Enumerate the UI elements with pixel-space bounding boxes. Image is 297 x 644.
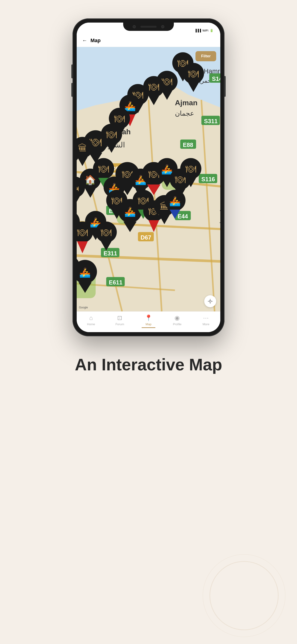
- phone-screen: ▐▐▐ WiFi 🔋 ← Map: [77, 22, 220, 332]
- svg-text:🍽: 🍽: [101, 226, 112, 238]
- svg-text:🚣: 🚣: [79, 267, 91, 278]
- wifi-icon: WiFi: [202, 29, 208, 32]
- sensor-dot: [161, 25, 164, 28]
- svg-text:🍽: 🍽: [186, 163, 196, 175]
- location-icon: [208, 298, 213, 304]
- nav-label-forum: Forum: [115, 322, 124, 326]
- svg-text:🍽: 🍽: [114, 113, 125, 124]
- side-button-left1: [71, 64, 72, 78]
- svg-text:🏠: 🏠: [84, 174, 96, 186]
- svg-text:E611: E611: [109, 279, 122, 286]
- svg-text:Ajman: Ajman: [175, 98, 198, 107]
- svg-text:عجمان: عجمان: [175, 110, 194, 117]
- filter-button[interactable]: Filter: [196, 51, 216, 61]
- svg-text:🚣: 🚣: [124, 100, 136, 112]
- svg-text:Al Aweer: Al Aweer: [220, 206, 220, 212]
- back-button[interactable]: ←: [82, 38, 87, 44]
- svg-text:🍽: 🍽: [188, 68, 199, 80]
- nav-active-indicator: [142, 327, 156, 328]
- nav-label-home: Home: [87, 322, 95, 326]
- nav-label-map: Map: [146, 322, 151, 326]
- map-area[interactable]: Al Hamriya الحمرية Ajman عجمان Sharjah ا…: [77, 47, 220, 312]
- google-watermark: Google: [79, 306, 88, 309]
- phone-notch: [123, 22, 174, 31]
- svg-text:🚣: 🚣: [161, 164, 173, 175]
- map-svg: Al Hamriya الحمرية Ajman عجمان Sharjah ا…: [77, 47, 220, 312]
- status-icons: ▐▐▐ WiFi 🔋: [194, 29, 214, 32]
- bottom-heading: An Interactive Map: [75, 355, 222, 374]
- svg-text:E311: E311: [104, 250, 117, 256]
- battery-icon: 🔋: [210, 29, 214, 32]
- svg-text:S311: S311: [204, 118, 218, 124]
- more-icon: ···: [203, 314, 209, 322]
- signal-icon: ▐▐▐: [194, 29, 201, 32]
- profile-icon: ◉: [174, 314, 180, 322]
- google-label: Google: [79, 306, 88, 309]
- map-icon: 📍: [145, 314, 152, 322]
- side-button-left2: [71, 83, 72, 97]
- svg-text:🍽: 🍽: [77, 226, 88, 238]
- forum-icon: ⊡: [117, 314, 122, 322]
- svg-point-164: [209, 300, 211, 302]
- app-header: ← Map: [77, 34, 220, 47]
- home-icon: ⌂: [89, 314, 93, 322]
- side-button-right: [224, 76, 226, 97]
- svg-text:🚣: 🚣: [124, 206, 136, 217]
- svg-text:E88: E88: [183, 142, 193, 148]
- nav-label-profile: Profile: [173, 322, 182, 326]
- phone-frame: ▐▐▐ WiFi 🔋 ← Map: [72, 18, 224, 336]
- bottom-nav: ⌂ Home ⊡ Forum 📍 Map ◉ Profile ···: [77, 312, 220, 332]
- deco-circle2: [202, 554, 286, 637]
- nav-item-map[interactable]: 📍 Map: [139, 314, 158, 328]
- speaker: [140, 26, 156, 28]
- nav-item-home[interactable]: ⌂ Home: [82, 314, 100, 326]
- svg-text:S116: S116: [202, 176, 215, 182]
- svg-text:S144: S144: [212, 76, 220, 82]
- svg-text:D67: D67: [141, 234, 151, 241]
- svg-text:🍽: 🍽: [106, 128, 117, 140]
- page-wrapper: ▐▐▐ WiFi 🔋 ← Map: [0, 0, 297, 644]
- nav-item-more[interactable]: ··· More: [197, 314, 215, 326]
- location-button[interactable]: [204, 295, 216, 307]
- svg-text:🚣: 🚣: [169, 196, 181, 206]
- page-title: Map: [90, 38, 100, 44]
- svg-text:E44: E44: [178, 213, 188, 220]
- svg-text:🍽: 🍽: [98, 163, 109, 175]
- svg-text:🛏: 🛏: [77, 183, 79, 193]
- nav-label-more: More: [202, 322, 210, 326]
- nav-item-forum[interactable]: ⊡ Forum: [110, 314, 129, 326]
- nav-item-profile[interactable]: ◉ Profile: [168, 314, 186, 326]
- svg-text:🍽: 🍽: [148, 81, 159, 93]
- camera-dot: [132, 25, 136, 28]
